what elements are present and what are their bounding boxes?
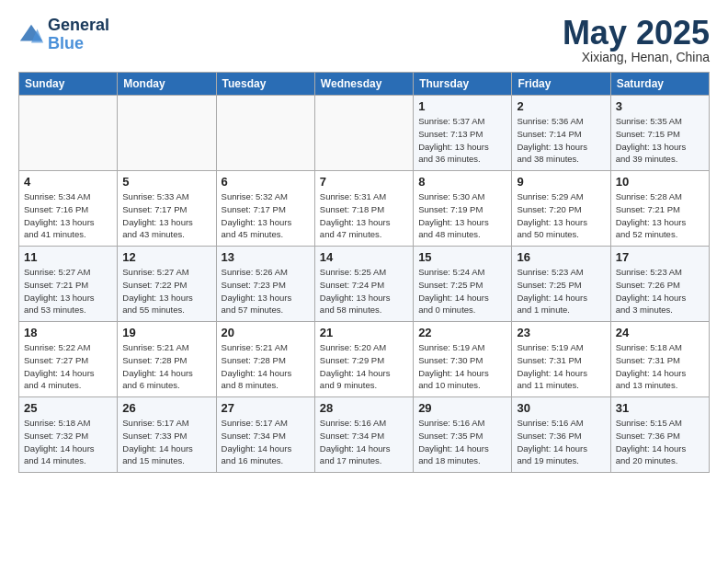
- day-info: Sunrise: 5:25 AM Sunset: 7:24 PM Dayligh…: [320, 266, 408, 316]
- logo-line2: Blue: [48, 34, 84, 52]
- day-number: 31: [616, 401, 704, 415]
- calendar-cell: [216, 96, 314, 171]
- day-number: 27: [222, 401, 310, 415]
- calendar-cell: 24Sunrise: 5:18 AM Sunset: 7:31 PM Dayli…: [610, 322, 709, 397]
- weekday-header-tuesday: Tuesday: [216, 73, 314, 96]
- day-number: 2: [517, 99, 605, 113]
- day-info: Sunrise: 5:21 AM Sunset: 7:28 PM Dayligh…: [222, 341, 310, 392]
- weekday-header-thursday: Thursday: [414, 73, 512, 96]
- calendar-cell: 26Sunrise: 5:17 AM Sunset: 7:33 PM Dayli…: [118, 397, 216, 473]
- calendar-week-3: 11Sunrise: 5:27 AM Sunset: 7:21 PM Dayli…: [19, 247, 710, 322]
- day-number: 16: [517, 250, 605, 264]
- day-info: Sunrise: 5:17 AM Sunset: 7:33 PM Dayligh…: [122, 417, 210, 467]
- day-number: 17: [616, 250, 704, 264]
- calendar-cell: [118, 96, 216, 171]
- day-info: Sunrise: 5:24 AM Sunset: 7:25 PM Dayligh…: [418, 266, 506, 316]
- day-info: Sunrise: 5:22 AM Sunset: 7:27 PM Dayligh…: [24, 341, 112, 392]
- day-number: 24: [616, 326, 704, 339]
- day-info: Sunrise: 5:26 AM Sunset: 7:23 PM Dayligh…: [222, 266, 310, 316]
- weekday-header-row: SundayMondayTuesdayWednesdayThursdayFrid…: [19, 73, 710, 96]
- calendar-cell: 22Sunrise: 5:19 AM Sunset: 7:30 PM Dayli…: [414, 322, 512, 397]
- day-info: Sunrise: 5:15 AM Sunset: 7:36 PM Dayligh…: [616, 417, 704, 467]
- day-info: Sunrise: 5:36 AM Sunset: 7:14 PM Dayligh…: [517, 115, 605, 166]
- weekday-header-monday: Monday: [118, 73, 216, 96]
- calendar-cell: 3Sunrise: 5:35 AM Sunset: 7:15 PM Daylig…: [610, 96, 709, 171]
- calendar-week-4: 18Sunrise: 5:22 AM Sunset: 7:27 PM Dayli…: [19, 322, 710, 397]
- day-number: 3: [616, 99, 704, 113]
- day-info: Sunrise: 5:27 AM Sunset: 7:21 PM Dayligh…: [24, 266, 112, 316]
- day-number: 26: [122, 401, 210, 415]
- day-info: Sunrise: 5:16 AM Sunset: 7:36 PM Dayligh…: [517, 417, 605, 467]
- day-info: Sunrise: 5:28 AM Sunset: 7:21 PM Dayligh…: [616, 190, 704, 241]
- logo-icon: [18, 22, 44, 48]
- day-number: 8: [418, 175, 506, 189]
- day-info: Sunrise: 5:29 AM Sunset: 7:20 PM Dayligh…: [517, 190, 605, 241]
- day-number: 18: [24, 326, 112, 339]
- day-number: 6: [222, 175, 310, 189]
- day-number: 14: [320, 250, 408, 264]
- day-info: Sunrise: 5:23 AM Sunset: 7:25 PM Dayligh…: [517, 266, 605, 316]
- day-info: Sunrise: 5:21 AM Sunset: 7:28 PM Dayligh…: [122, 341, 210, 392]
- day-info: Sunrise: 5:18 AM Sunset: 7:31 PM Dayligh…: [616, 341, 704, 392]
- day-info: Sunrise: 5:32 AM Sunset: 7:17 PM Dayligh…: [222, 190, 310, 241]
- weekday-header-friday: Friday: [512, 73, 610, 96]
- header: General Blue May 2025 Xixiang, Henan, Ch…: [18, 17, 710, 64]
- day-number: 9: [517, 175, 605, 189]
- day-number: 1: [418, 99, 506, 113]
- weekday-header-sunday: Sunday: [19, 73, 118, 96]
- calendar-cell: 29Sunrise: 5:16 AM Sunset: 7:35 PM Dayli…: [414, 397, 512, 473]
- calendar-cell: 20Sunrise: 5:21 AM Sunset: 7:28 PM Dayli…: [216, 322, 314, 397]
- day-info: Sunrise: 5:35 AM Sunset: 7:15 PM Dayligh…: [616, 115, 704, 166]
- calendar-cell: 28Sunrise: 5:16 AM Sunset: 7:34 PM Dayli…: [314, 397, 413, 473]
- calendar-cell: 11Sunrise: 5:27 AM Sunset: 7:21 PM Dayli…: [19, 247, 118, 322]
- calendar-cell: 10Sunrise: 5:28 AM Sunset: 7:21 PM Dayli…: [610, 171, 709, 247]
- logo-text: General Blue: [48, 17, 109, 53]
- weekday-header-wednesday: Wednesday: [314, 73, 413, 96]
- calendar-cell: 12Sunrise: 5:27 AM Sunset: 7:22 PM Dayli…: [118, 247, 216, 322]
- calendar-cell: 19Sunrise: 5:21 AM Sunset: 7:28 PM Dayli…: [118, 322, 216, 397]
- day-info: Sunrise: 5:16 AM Sunset: 7:35 PM Dayligh…: [418, 417, 506, 467]
- day-number: 25: [24, 401, 112, 415]
- calendar-week-5: 25Sunrise: 5:18 AM Sunset: 7:32 PM Dayli…: [19, 397, 710, 473]
- calendar-cell: 2Sunrise: 5:36 AM Sunset: 7:14 PM Daylig…: [512, 96, 610, 171]
- day-number: 30: [517, 401, 605, 415]
- day-info: Sunrise: 5:37 AM Sunset: 7:13 PM Dayligh…: [418, 115, 506, 166]
- title-block: May 2025 Xixiang, Henan, China: [563, 17, 710, 64]
- day-info: Sunrise: 5:33 AM Sunset: 7:17 PM Dayligh…: [122, 190, 210, 241]
- calendar-cell: 14Sunrise: 5:25 AM Sunset: 7:24 PM Dayli…: [314, 247, 413, 322]
- day-number: 28: [320, 401, 408, 415]
- calendar-cell: 4Sunrise: 5:34 AM Sunset: 7:16 PM Daylig…: [19, 171, 118, 247]
- calendar-cell: 27Sunrise: 5:17 AM Sunset: 7:34 PM Dayli…: [216, 397, 314, 473]
- calendar-cell: 8Sunrise: 5:30 AM Sunset: 7:19 PM Daylig…: [414, 171, 512, 247]
- day-number: 13: [222, 250, 310, 264]
- calendar-table: SundayMondayTuesdayWednesdayThursdayFrid…: [18, 72, 710, 473]
- calendar-week-2: 4Sunrise: 5:34 AM Sunset: 7:16 PM Daylig…: [19, 171, 710, 247]
- day-number: 19: [122, 326, 210, 339]
- calendar-cell: 16Sunrise: 5:23 AM Sunset: 7:25 PM Dayli…: [512, 247, 610, 322]
- day-number: 4: [24, 175, 112, 189]
- calendar-cell: 5Sunrise: 5:33 AM Sunset: 7:17 PM Daylig…: [118, 171, 216, 247]
- day-number: 29: [418, 401, 506, 415]
- day-info: Sunrise: 5:20 AM Sunset: 7:29 PM Dayligh…: [320, 341, 408, 392]
- day-number: 12: [122, 250, 210, 264]
- day-info: Sunrise: 5:18 AM Sunset: 7:32 PM Dayligh…: [24, 417, 112, 467]
- calendar-cell: 1Sunrise: 5:37 AM Sunset: 7:13 PM Daylig…: [414, 96, 512, 171]
- day-info: Sunrise: 5:30 AM Sunset: 7:19 PM Dayligh…: [418, 190, 506, 241]
- day-info: Sunrise: 5:16 AM Sunset: 7:34 PM Dayligh…: [320, 417, 408, 467]
- calendar-cell: 23Sunrise: 5:19 AM Sunset: 7:31 PM Dayli…: [512, 322, 610, 397]
- calendar-cell: 13Sunrise: 5:26 AM Sunset: 7:23 PM Dayli…: [216, 247, 314, 322]
- calendar-cell: 6Sunrise: 5:32 AM Sunset: 7:17 PM Daylig…: [216, 171, 314, 247]
- calendar-cell: 31Sunrise: 5:15 AM Sunset: 7:36 PM Dayli…: [610, 397, 709, 473]
- calendar-cell: 25Sunrise: 5:18 AM Sunset: 7:32 PM Dayli…: [19, 397, 118, 473]
- day-number: 20: [222, 326, 310, 339]
- day-info: Sunrise: 5:17 AM Sunset: 7:34 PM Dayligh…: [222, 417, 310, 467]
- day-info: Sunrise: 5:34 AM Sunset: 7:16 PM Dayligh…: [24, 190, 112, 241]
- day-number: 7: [320, 175, 408, 189]
- day-number: 5: [122, 175, 210, 189]
- subtitle: Xixiang, Henan, China: [563, 50, 710, 64]
- day-info: Sunrise: 5:23 AM Sunset: 7:26 PM Dayligh…: [616, 266, 704, 316]
- day-number: 11: [24, 250, 112, 264]
- calendar-cell: 15Sunrise: 5:24 AM Sunset: 7:25 PM Dayli…: [414, 247, 512, 322]
- month-title: May 2025: [563, 17, 710, 50]
- day-info: Sunrise: 5:19 AM Sunset: 7:31 PM Dayligh…: [517, 341, 605, 392]
